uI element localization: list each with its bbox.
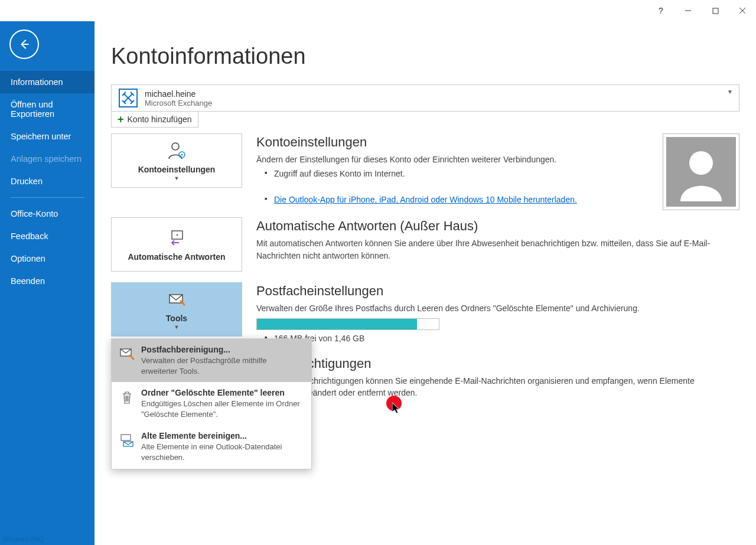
exchange-icon (118, 87, 139, 109)
menu-item-title: Alte Elemente bereinigen... (141, 431, 304, 440)
backstage-sidebar: Informationen Öffnen und Exportieren Spe… (0, 21, 94, 545)
sidebar-item-speichern-unter[interactable]: Speichern unter (0, 125, 94, 148)
mailbox-storage-bar (256, 318, 439, 330)
menu-item-desc: Verwalten der Postfachgröße mithilfe erw… (141, 355, 304, 376)
add-account-label: Konto hinzufügen (128, 115, 192, 124)
sidebar-item-feedback[interactable]: Feedback (0, 225, 94, 247)
avatar-placeholder-icon (666, 137, 736, 207)
account-selector[interactable]: michael.heine Microsoft Exchange ▼ (111, 84, 739, 112)
svg-point-8 (181, 154, 183, 156)
account-type: Microsoft Exchange (145, 99, 212, 107)
tile-tools[interactable]: Tools ▼ (111, 282, 242, 337)
svg-rect-14 (121, 435, 131, 440)
add-account-button[interactable]: + Konto hinzufügen (111, 112, 198, 128)
titlebar: ? (0, 0, 756, 21)
sidebar-item-office-konto[interactable]: Office-Konto (0, 203, 94, 225)
mailbox-tools-icon (166, 289, 187, 310)
menu-item-geloeschte-leeren[interactable]: Ordner "Gelöschte Elemente" leeren Endgü… (112, 382, 311, 425)
tile-label: Kontoeinstellungen (138, 165, 216, 174)
section-title-postfach: Postfacheinstellungen (256, 283, 739, 299)
profile-picture[interactable] (663, 133, 739, 210)
sidebar-item-optionen[interactable]: Optionen (0, 247, 94, 270)
sidebar-item-informationen[interactable]: Informationen (0, 71, 94, 93)
section-title-benachrichtigungen: Benachrichtigungen (256, 356, 739, 371)
section-title-auto-reply: Automatische Antworten (Außer Haus) (256, 218, 739, 234)
menu-item-title: Postfachbereinigung... (141, 345, 304, 354)
mailbox-cleanup-icon (119, 346, 135, 363)
chevron-down-icon: ▼ (174, 324, 180, 330)
tile-kontoeinstellungen[interactable]: Kontoeinstellungen ▼ (111, 133, 242, 188)
sidebar-item-anlagen-speichern: Anlagen speichern (0, 148, 94, 170)
svg-point-6 (172, 143, 179, 150)
user-gear-icon (166, 140, 187, 161)
menu-item-desc: Endgültiges Löschen aller Elemente im Or… (141, 399, 304, 419)
close-button[interactable] (729, 1, 756, 20)
archive-icon (119, 432, 135, 449)
progress-fill (257, 319, 417, 329)
sidebar-divider (11, 197, 84, 198)
sidebar-item-beenden[interactable]: Beenden (0, 270, 94, 292)
svg-point-11 (177, 234, 178, 236)
section-desc: Verwalten der Größe Ihres Postfachs durc… (256, 302, 739, 314)
sidebar-item-drucken[interactable]: Drucken (0, 170, 94, 192)
sidebar-item-oeffnen[interactable]: Öffnen und Exportieren (0, 93, 94, 125)
back-button[interactable] (9, 30, 39, 59)
tile-label: Automatische Antworten (128, 252, 225, 262)
svg-rect-1 (713, 8, 718, 14)
tile-label: Tools (166, 314, 187, 323)
menu-item-title: Ordner "Gelöschte Elemente" leeren (141, 388, 304, 397)
svg-point-9 (689, 151, 713, 175)
tools-dropdown: Postfachbereinigung... Verwalten der Pos… (111, 338, 312, 469)
outlook-app-download-link[interactable]: Die Outlook-App für iPhone, iPad, Androi… (274, 195, 577, 204)
account-name: michael.heine (145, 89, 212, 99)
menu-item-desc: Alte Elemente in eine Outlook-Datendatei… (141, 442, 304, 462)
main-content: Kontoinformationen michael.heine Microso… (94, 21, 756, 545)
plus-icon: + (118, 114, 124, 125)
watermark: Windows-FAQ (2, 536, 44, 543)
page-title: Kontoinformationen (111, 44, 739, 69)
section-desc: geln und Benachrichtigungen können Sie e… (256, 375, 739, 399)
maximize-button[interactable] (702, 1, 729, 20)
menu-item-postfachbereinigung[interactable]: Postfachbereinigung... Verwalten der Pos… (112, 339, 311, 382)
minimize-button[interactable] (674, 1, 702, 20)
chevron-down-icon: ▼ (174, 175, 180, 181)
help-button[interactable]: ? (647, 1, 674, 20)
auto-reply-icon (166, 227, 187, 249)
cursor-icon (392, 403, 403, 416)
section-desc: Mit automatischen Antworten können Sie a… (256, 237, 739, 262)
storage-text: 166 MB frei von 1,46 GB (265, 334, 739, 343)
tile-automatische-antworten[interactable]: Automatische Antworten (111, 217, 242, 272)
menu-item-alte-bereinigen[interactable]: Alte Elemente bereinigen... Alte Element… (112, 425, 311, 468)
chevron-down-icon: ▼ (727, 89, 733, 95)
trash-icon (119, 389, 135, 406)
